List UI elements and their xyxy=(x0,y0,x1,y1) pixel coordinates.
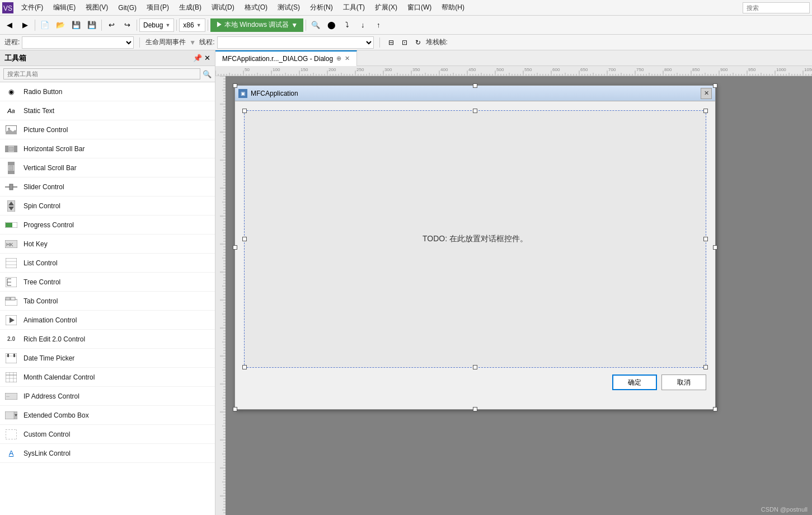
debug-config-dropdown[interactable]: Debug ▼ xyxy=(139,18,174,32)
toolbox-search-input[interactable] xyxy=(3,68,200,79)
dialog-tab[interactable]: MFCApplication.r..._DIALOG - Dialog ⊕ ✕ xyxy=(215,50,357,66)
step-in-button[interactable]: ↓ xyxy=(355,18,370,32)
breakpoint-button[interactable]: ⬤ xyxy=(324,18,339,32)
toolbox-item-label-extcombo: Extended Combo Box xyxy=(24,411,89,419)
toolbox-item-monthcal[interactable]: Month Calendar Control xyxy=(0,368,215,387)
menu-format[interactable]: 格式(O) xyxy=(240,1,272,14)
datetime-icon xyxy=(4,352,18,365)
menu-edit[interactable]: 编辑(E) xyxy=(49,1,80,14)
toolbox-item-extcombo[interactable]: Extended Combo Box xyxy=(0,406,215,425)
svg-text:550: 550 xyxy=(524,67,532,72)
canvas[interactable]: ▣ MFCApplication ✕ TODO: 在此放置对话框控件。 xyxy=(226,76,812,515)
resize-handle-ml[interactable] xyxy=(233,245,237,250)
resize-handle-tl[interactable] xyxy=(233,83,237,88)
toolbox-item-vscroll[interactable]: Vertical Scroll Bar xyxy=(0,158,215,177)
redo-button[interactable]: ↪ xyxy=(120,18,134,32)
filter2-icon[interactable]: ⊡ xyxy=(399,37,410,48)
resize-handle-bl[interactable] xyxy=(233,407,237,411)
search-button[interactable]: 🔍 xyxy=(308,18,323,32)
menu-project[interactable]: 项目(P) xyxy=(142,1,173,14)
resize-handle-tc[interactable] xyxy=(473,83,477,88)
inner-resize-ml[interactable] xyxy=(242,237,247,241)
inner-resize-mr[interactable] xyxy=(703,237,708,241)
menu-debug[interactable]: 调试(D) xyxy=(207,1,239,14)
process-dropdown[interactable] xyxy=(22,36,134,49)
inner-resize-bc[interactable] xyxy=(473,365,477,369)
toolbox-item-syslink[interactable]: A SysLink Control xyxy=(0,444,215,463)
inner-resize-tr[interactable] xyxy=(703,109,708,113)
toolbox-item-tab[interactable]: Tab Control xyxy=(0,292,215,311)
step-out-button[interactable]: ↑ xyxy=(371,18,386,32)
toolbox-item-animation[interactable]: Animation Control xyxy=(0,311,215,330)
syslink-icon: A xyxy=(4,447,18,460)
toolbox-item-list[interactable]: List Control xyxy=(0,254,215,273)
toolbox-item-richedit[interactable]: 2.0 Rich Edit 2.0 Control xyxy=(0,330,215,349)
open-button[interactable]: 📂 xyxy=(53,18,68,32)
ok-button[interactable]: 确定 xyxy=(612,374,657,390)
menu-build[interactable]: 生成(B) xyxy=(175,1,206,14)
undo-button[interactable]: ↩ xyxy=(104,18,119,32)
resize-handle-bc[interactable] xyxy=(473,407,477,411)
cancel-button[interactable]: 取消 xyxy=(661,374,706,390)
toolbox-item-picture[interactable]: Picture Control xyxy=(0,120,215,139)
pin-icon[interactable]: 📌 xyxy=(193,54,202,62)
dialog-inner-area[interactable]: TODO: 在此放置对话框控件。 xyxy=(244,110,706,368)
toolbox-item-static-text[interactable]: Aa Static Text xyxy=(0,101,215,120)
menu-file[interactable]: 文件(F) xyxy=(17,1,48,14)
resize-handle-mr[interactable] xyxy=(713,245,717,250)
tab-bar: MFCApplication.r..._DIALOG - Dialog ⊕ ✕ xyxy=(215,50,812,66)
toolbox-item-tree[interactable]: Tree Control xyxy=(0,273,215,292)
inner-resize-br[interactable] xyxy=(703,365,708,369)
menu-test[interactable]: 测试(S) xyxy=(273,1,304,14)
toolbox-header: 工具箱 📌 ✕ xyxy=(0,50,215,66)
menu-search-input[interactable] xyxy=(743,2,810,13)
toolbox-item-hotkey[interactable]: HK Hot Key xyxy=(0,235,215,254)
thread-dropdown[interactable] xyxy=(217,36,374,49)
svg-text:800: 800 xyxy=(664,67,672,72)
svg-rect-30 xyxy=(6,297,10,300)
dialog-body: TODO: 在此放置对话框控件。 xyxy=(235,101,715,399)
menu-analyze[interactable]: 分析(N) xyxy=(306,1,337,14)
toolbar-sep-6 xyxy=(306,20,306,31)
menu-view[interactable]: 视图(V) xyxy=(81,1,112,14)
inner-resize-tc[interactable] xyxy=(473,109,477,113)
step-over-button[interactable]: ⤵ xyxy=(340,18,354,32)
menu-help[interactable]: 帮助(H) xyxy=(437,1,469,14)
tab-pin-icon[interactable]: ⊕ xyxy=(336,55,341,62)
toolbox-item-progress[interactable]: Progress Control xyxy=(0,216,215,235)
save-all-button[interactable]: 💾 xyxy=(85,18,99,32)
menu-extend[interactable]: 扩展(X) xyxy=(370,1,402,14)
platform-dropdown[interactable]: x86 ▼ xyxy=(179,18,205,32)
run-button[interactable]: ▶ 本地 Windows 调试器 ▼ xyxy=(210,18,304,32)
ipaddress-icon: ··· xyxy=(4,390,18,403)
new-file-button[interactable]: 📄 xyxy=(37,18,52,32)
toolbox-item-hscroll[interactable]: Horizontal Scroll Bar xyxy=(0,139,215,158)
app-logo: VS xyxy=(2,2,13,13)
toolbox-item-spin[interactable]: Spin Control xyxy=(0,196,215,216)
close-toolbox-icon[interactable]: ✕ xyxy=(204,54,210,62)
resize-handle-tr[interactable] xyxy=(713,83,717,88)
toolbox-item-label-hscroll: Horizontal Scroll Bar xyxy=(24,145,85,153)
filter-icon[interactable]: ⊟ xyxy=(386,37,397,48)
refresh-icon[interactable]: ↻ xyxy=(412,37,424,48)
inner-resize-bl[interactable] xyxy=(242,365,247,369)
menu-window[interactable]: 窗口(W) xyxy=(403,1,436,14)
tab-close-icon[interactable]: ✕ xyxy=(345,55,350,62)
svg-rect-9 xyxy=(8,162,15,165)
toolbox-item-custom[interactable]: Custom Control xyxy=(0,425,215,444)
menu-git[interactable]: Git(G) xyxy=(114,2,141,13)
save-button[interactable]: 💾 xyxy=(69,18,83,32)
forward-button[interactable]: ▶ xyxy=(18,18,32,32)
back-button[interactable]: ◀ xyxy=(2,18,17,32)
dialog-window[interactable]: ▣ MFCApplication ✕ TODO: 在此放置对话框控件。 xyxy=(234,85,716,410)
dialog-buttons: 确定 取消 xyxy=(244,374,706,390)
toolbox-item-slider[interactable]: Slider Control xyxy=(0,177,215,196)
resize-handle-br[interactable] xyxy=(713,407,717,411)
toolbox-item-ipaddress[interactable]: ··· IP Address Control xyxy=(0,387,215,406)
dialog-close-btn[interactable]: ✕ xyxy=(701,88,712,99)
menu-tools[interactable]: 工具(T) xyxy=(339,1,369,14)
inner-resize-tl[interactable] xyxy=(242,109,247,113)
toolbar-sep-2 xyxy=(101,20,102,31)
toolbox-item-radio-button[interactable]: ◉ Radio Button xyxy=(0,82,215,101)
toolbox-item-datetime[interactable]: Date Time Picker xyxy=(0,349,215,368)
